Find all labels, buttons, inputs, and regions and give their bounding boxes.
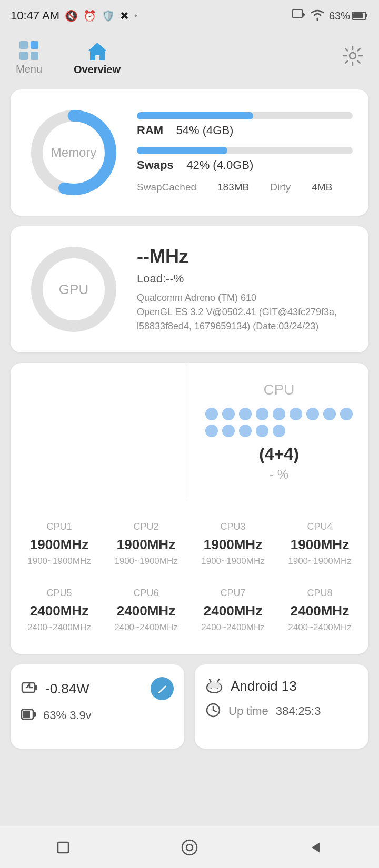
home-button[interactable]	[174, 832, 205, 863]
status-bar: 10:47 AM 🔇 ⏰ 🛡️ ✖ • 63%	[0, 0, 379, 32]
gpu-desc-line2: OpenGL ES 3.2 V@0502.41 (GIT@43fc279f3a,	[137, 307, 337, 317]
memory-donut-label: Memory	[51, 145, 97, 160]
svg-point-36	[182, 840, 197, 855]
battery-status: 63%	[329, 10, 368, 22]
cpu8-range: 2400~2400MHz	[288, 622, 352, 633]
cpu-dot	[290, 408, 302, 420]
svg-point-6	[350, 53, 356, 59]
cpu1-label: CPU1	[46, 521, 72, 532]
menu-nav-item[interactable]: Menu	[16, 41, 42, 75]
cpu-dot	[323, 408, 336, 420]
android-icon	[205, 677, 223, 695]
status-time: 10:47 AM 🔇 ⏰ 🛡️ ✖ •	[11, 9, 137, 23]
battery-watt-value: -0.84W	[45, 681, 89, 697]
cpu2-label: CPU2	[133, 521, 158, 532]
cpu-dot	[205, 408, 218, 420]
gpu-card: GPU --MHz Load:--% Qualcomm Adreno (TM) …	[11, 226, 368, 352]
gpu-desc-line1: Qualcomm Adreno (TM) 610	[137, 292, 256, 303]
cpu-dot	[239, 408, 252, 420]
svg-line-34	[213, 710, 216, 712]
cpu2-range: 1900~1900MHz	[114, 556, 178, 567]
cpu-card: CPU (4+4) - % CPU1	[11, 363, 368, 654]
swap-progress-fill	[137, 147, 227, 154]
swap-label: Swaps	[137, 158, 174, 171]
battery-level-value: 63% 3.9v	[43, 709, 92, 722]
svg-marker-38	[312, 842, 320, 853]
battery-card: -0.84W 63% 3.9v	[11, 664, 184, 749]
cpu5-freq: 2400MHz	[30, 603, 88, 619]
cpu-core-3: CPU3 1900MHz 1900~1900MHz	[190, 511, 276, 577]
overview-nav-item[interactable]: Overview	[74, 41, 121, 76]
cpu6-label: CPU6	[133, 588, 158, 599]
cpu-percent-label: - %	[270, 467, 288, 482]
svg-rect-26	[23, 711, 30, 718]
cpu3-range: 1900~1900MHz	[201, 556, 265, 567]
uptime-label: Up time	[228, 704, 268, 718]
cpu-core-1: CPU1 1900MHz 1900~1900MHz	[16, 511, 103, 577]
edit-button[interactable]	[151, 677, 174, 700]
android-version-label: Android 13	[231, 678, 297, 694]
cpu4-freq: 1900MHz	[291, 537, 349, 553]
swap-stat-row: Swaps 42% (4.0GB)	[137, 147, 353, 172]
alarm-icon: ⏰	[83, 9, 96, 22]
cpu-dot	[256, 408, 268, 420]
menu-grid-icon	[19, 41, 38, 60]
cpu1-range: 1900~1900MHz	[27, 556, 91, 567]
cpu1-freq: 1900MHz	[30, 537, 88, 553]
svg-line-11	[345, 48, 347, 51]
system-card: Android 13 Up time 384:25:3	[195, 664, 368, 749]
shield-icon: 🛡️	[102, 9, 115, 22]
swapcached-value: 183MB	[217, 181, 249, 193]
cpu5-label: CPU5	[46, 588, 72, 599]
svg-rect-4	[366, 14, 367, 17]
svg-rect-0	[293, 9, 302, 18]
svg-rect-19	[35, 685, 37, 690]
dot-icon: •	[134, 11, 137, 21]
cpu8-freq: 2400MHz	[291, 603, 349, 619]
cpu7-range: 2400~2400MHz	[201, 622, 265, 633]
cpu2-freq: 1900MHz	[117, 537, 175, 553]
gpu-desc-line3: l58833f8ed4, 1679659134) (Date:03/24/23)	[137, 321, 318, 331]
svg-point-37	[186, 844, 193, 851]
svg-line-30	[210, 679, 211, 682]
battery-watt-section: -0.84W	[21, 680, 89, 698]
cpu-core-2: CPU2 1900MHz 1900~1900MHz	[103, 511, 190, 577]
ram-stat-row: RAM 54% (4GB)	[137, 112, 353, 137]
gpu-description: Qualcomm Adreno (TM) 610 OpenGL ES 3.2 V…	[137, 291, 353, 334]
battery-level-row: 63% 3.9v	[21, 708, 174, 723]
swapcached-label: SwapCached	[137, 181, 196, 193]
gpu-circle-label: GPU	[59, 281, 88, 298]
uptime-value: 384:25:3	[276, 704, 321, 718]
cpu-core-7: CPU7 2400MHz 2400~2400MHz	[190, 577, 276, 643]
back-button[interactable]	[300, 832, 332, 863]
screen-record-icon	[292, 9, 306, 23]
cpu6-freq: 2400MHz	[117, 603, 175, 619]
svg-marker-5	[88, 43, 107, 60]
mute-icon: 🔇	[65, 9, 78, 22]
menu-label: Menu	[16, 63, 42, 75]
system-nav-bar	[0, 826, 379, 868]
cpu-dot	[222, 425, 235, 437]
dirty-label: Dirty	[270, 181, 291, 193]
wifi-icon	[310, 9, 325, 23]
battery-header: -0.84W	[21, 677, 174, 700]
settings-gear-button[interactable]	[342, 45, 363, 71]
cpu-core-8: CPU8 2400MHz 2400~2400MHz	[276, 577, 363, 643]
cpu-cores-grid: CPU1 1900MHz 1900~1900MHz CPU2 1900MHz 1…	[11, 500, 368, 654]
svg-line-12	[358, 60, 360, 63]
cpu-dot	[340, 408, 353, 420]
time-display: 10:47 AM	[11, 9, 59, 23]
cpu-dot	[256, 425, 268, 437]
cpu-info-col: CPU (4+4) - %	[190, 363, 368, 500]
cpu-chart-area	[11, 363, 190, 500]
cpu3-freq: 1900MHz	[204, 537, 262, 553]
recent-apps-button[interactable]	[47, 832, 79, 863]
svg-rect-35	[58, 842, 68, 853]
cpu-core-6: CPU6 2400MHz 2400~2400MHz	[103, 577, 190, 643]
android-header: Android 13	[205, 677, 358, 695]
gpu-mhz: --MHz	[137, 246, 353, 268]
cpu8-label: CPU8	[307, 588, 332, 599]
cpu4-range: 1900~1900MHz	[288, 556, 352, 567]
ram-label: RAM	[137, 124, 163, 137]
cpu-title: CPU	[263, 381, 294, 398]
